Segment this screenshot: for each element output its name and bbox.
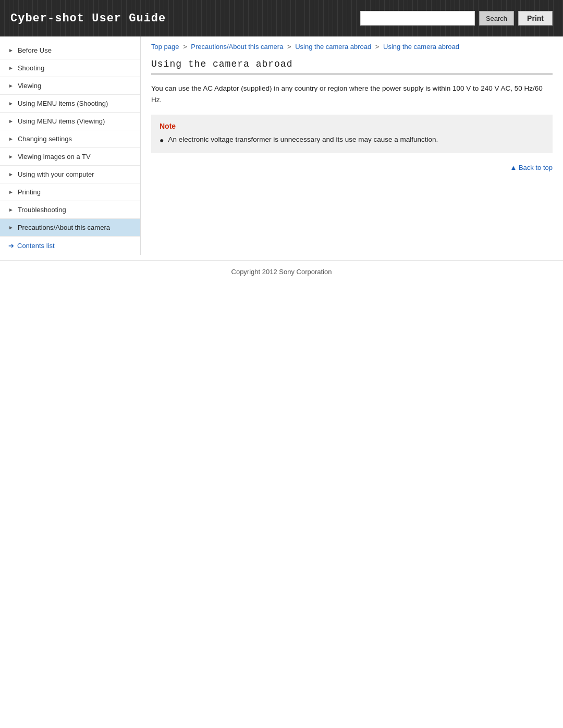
expand-icon: ► — [8, 47, 14, 53]
print-button[interactable]: Print — [518, 11, 553, 26]
header-controls: Search Print — [360, 11, 553, 26]
breadcrumb-camera-abroad[interactable]: Using the camera abroad — [295, 43, 371, 51]
contents-list-link[interactable]: ➔ Contents list — [0, 237, 140, 255]
sidebar-item-label: Using with your computer — [18, 170, 94, 178]
sidebar: ► Before Use ► Shooting ► Viewing ► Usin… — [0, 36, 141, 255]
sidebar-item-computer[interactable]: ► Using with your computer — [0, 166, 140, 183]
sidebar-item-label: Before Use — [18, 46, 52, 54]
arrow-right-icon: ➔ — [8, 242, 14, 250]
main-container: ► Before Use ► Shooting ► Viewing ► Usin… — [0, 36, 563, 255]
breadcrumb-current: Using the camera abroad — [383, 43, 459, 51]
content-area: Top page > Precautions/About this camera… — [141, 36, 563, 182]
sidebar-item-label: Using MENU items (Viewing) — [18, 117, 105, 125]
header: Cyber-shot User Guide Search Print — [0, 0, 563, 36]
footer: Copyright 2012 Sony Corporation — [0, 260, 563, 286]
sidebar-item-before-use[interactable]: ► Before Use — [0, 42, 140, 59]
expand-icon: ► — [8, 225, 14, 230]
sidebar-item-viewing[interactable]: ► Viewing — [0, 77, 140, 95]
sidebar-item-label: Using MENU items (Shooting) — [18, 100, 108, 107]
note-title: Note — [160, 122, 544, 130]
breadcrumb-separator: > — [287, 43, 291, 51]
note-box: Note ● An electronic voltage transformer… — [151, 115, 553, 153]
sidebar-item-label: Precautions/About this camera — [18, 224, 110, 231]
sidebar-item-label: Changing settings — [18, 135, 72, 143]
sidebar-item-troubleshooting[interactable]: ► Troubleshooting — [0, 201, 140, 219]
contents-list-label: Contents list — [17, 242, 55, 250]
expand-icon: ► — [8, 171, 14, 177]
search-button[interactable]: Search — [479, 11, 514, 26]
note-item: ● An electronic voltage transformer is u… — [160, 134, 544, 146]
note-item-text: An electronic voltage transformer is unn… — [168, 134, 438, 145]
site-title: Cyber-shot User Guide — [10, 12, 166, 25]
sidebar-item-label: Viewing — [18, 82, 41, 90]
breadcrumb-separator: > — [375, 43, 380, 51]
sidebar-item-viewing-tv[interactable]: ► Viewing images on a TV — [0, 148, 140, 166]
sidebar-item-menu-shooting[interactable]: ► Using MENU items (Shooting) — [0, 95, 140, 113]
sidebar-item-shooting[interactable]: ► Shooting — [0, 59, 140, 77]
page-title: Using the camera abroad — [151, 59, 553, 75]
breadcrumb-precautions[interactable]: Precautions/About this camera — [191, 43, 283, 51]
back-to-top-arrow-icon: ▲ — [510, 164, 518, 171]
expand-icon: ► — [8, 189, 14, 195]
breadcrumb-separator: > — [183, 43, 187, 51]
expand-icon: ► — [8, 83, 14, 89]
sidebar-item-menu-viewing[interactable]: ► Using MENU items (Viewing) — [0, 113, 140, 130]
search-input[interactable] — [360, 11, 475, 26]
expand-icon: ► — [8, 101, 14, 106]
back-to-top-label: Back to top — [519, 164, 553, 171]
breadcrumb: Top page > Precautions/About this camera… — [151, 36, 553, 55]
back-to-top[interactable]: ▲ Back to top — [151, 164, 553, 171]
sidebar-item-precautions[interactable]: ► Precautions/About this camera — [0, 219, 140, 237]
sidebar-item-printing[interactable]: ► Printing — [0, 183, 140, 201]
breadcrumb-top-page[interactable]: Top page — [151, 43, 179, 51]
expand-icon: ► — [8, 65, 14, 71]
expand-icon: ► — [8, 207, 14, 213]
page-body-text: You can use the AC Adaptor (supplied) in… — [151, 83, 553, 105]
expand-icon: ► — [8, 118, 14, 124]
sidebar-item-label: Viewing images on a TV — [18, 153, 91, 161]
note-bullet-icon: ● — [160, 135, 164, 146]
back-to-top-link[interactable]: ▲ Back to top — [510, 164, 553, 171]
copyright-text: Copyright 2012 Sony Corporation — [231, 268, 332, 276]
sidebar-item-label: Shooting — [18, 64, 44, 72]
sidebar-item-label: Printing — [18, 188, 41, 196]
sidebar-item-label: Troubleshooting — [18, 206, 66, 214]
sidebar-item-changing-settings[interactable]: ► Changing settings — [0, 130, 140, 148]
expand-icon: ► — [8, 136, 14, 142]
expand-icon: ► — [8, 154, 14, 159]
